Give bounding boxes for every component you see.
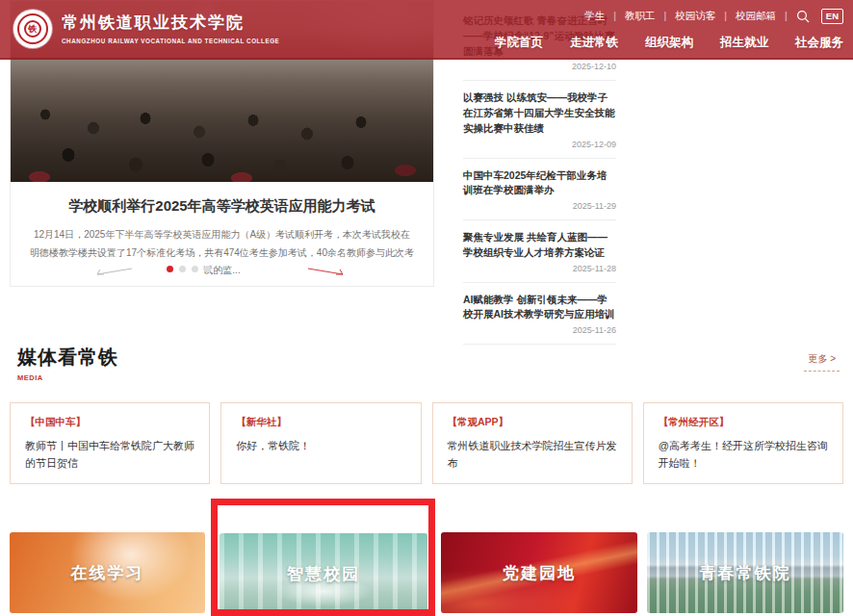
media-card-zhongguozhongche[interactable]: 【中国中车】 教师节丨中国中车给常铁院广大教师的节日贺信	[10, 402, 210, 484]
media-card-tag: 【常州经开区】	[659, 416, 828, 429]
news-title[interactable]: 以赛强技 以练筑安——我校学子在江苏省第十四届大学生安全技能实操比赛中获佳绩	[463, 90, 616, 136]
carousel-dot-4[interactable]	[204, 266, 211, 272]
media-card-tag: 【中国中车】	[25, 416, 194, 429]
site-header: 铁 常州铁道职业技术学院 CHANGZHOU RAILWAY VOCATIONA…	[0, 0, 853, 60]
news-item[interactable]: 中国中车2025年纪检干部业务培训班在学校圆满举办 2025-11-29	[463, 159, 616, 221]
utility-link-staff[interactable]: 教职工	[625, 10, 675, 23]
news-item[interactable]: 以赛强技 以练筑安——我校学子在江苏省第十四届大学生安全技能实操比赛中获佳绩 2…	[463, 81, 616, 158]
media-card-title: 教师节丨中国中车给常铁院广大教师的节日贺信	[25, 438, 194, 472]
banner-party-building[interactable]: 党建园地	[441, 532, 637, 613]
carousel-dot-3[interactable]	[192, 266, 198, 272]
utility-link-visitors[interactable]: 校园访客	[675, 10, 736, 23]
news-date: 2025-12-09	[463, 140, 616, 149]
banner-label: 党建园地	[503, 562, 576, 584]
school-logo-seal-icon: 铁	[13, 10, 52, 48]
school-name: 常州铁道职业技术学院	[62, 12, 279, 34]
news-title[interactable]: AI赋能教学 创新引领未来——学校开展AI技术教学研究与应用培训	[463, 293, 616, 323]
main-nav: 学院首页 走进常铁 组织架构 招生就业 社会服务	[495, 35, 843, 51]
banner-label: 青春常铁院	[700, 562, 791, 584]
news-date: 2025-11-26	[463, 325, 616, 335]
media-cards-row: 【中国中车】 教师节丨中国中车给常铁院广大教师的节日贺信 【新华社】 你好，常铁…	[10, 402, 843, 484]
media-card-tag: 【新华社】	[236, 416, 405, 429]
media-card-xinhuashe[interactable]: 【新华社】 你好，常铁院！	[220, 402, 421, 484]
news-title[interactable]: 聚焦专业发展 共绘育人蓝图——学校组织专业人才培养方案论证	[463, 230, 616, 261]
nav-item-admissions[interactable]: 招生就业	[720, 35, 768, 51]
carousel-next-arrow-icon[interactable]	[308, 264, 345, 281]
utility-nav: 学生 教职工 校园访客 校园邮箱 EN	[495, 9, 843, 24]
utility-link-students[interactable]: 学生	[584, 10, 625, 23]
page: 学校顺利举行2025年高等学校英语应用能力考试 12月14日，2025年下半年高…	[0, 0, 853, 616]
media-card-title: @高考考生！经开这所学校招生咨询开始啦！	[659, 438, 828, 472]
carousel-dots	[167, 266, 211, 272]
nav-item-home[interactable]: 学院首页	[495, 35, 543, 51]
annotation-box-fill	[218, 505, 428, 533]
banner-smart-campus[interactable]: 智慧校园	[220, 533, 427, 614]
news-date: 2025-11-29	[463, 201, 616, 211]
nav-item-social-services[interactable]: 社会服务	[795, 35, 843, 51]
school-logo[interactable]: 铁	[13, 10, 52, 48]
school-name-en: CHANGZHOU RAILWAY VOCATIONAL AND TECHNIC…	[62, 38, 279, 44]
nav-item-about[interactable]: 走进常铁	[570, 35, 618, 51]
utility-link-mail[interactable]: 校园邮箱	[736, 10, 796, 23]
search-icon[interactable]	[796, 10, 810, 23]
carousel-dot-2[interactable]	[179, 266, 186, 272]
banner-online-learning[interactable]: 在线学习	[10, 532, 205, 613]
language-toggle-button[interactable]: EN	[821, 9, 843, 24]
header-right: 学生 教职工 校园访客 校园邮箱 EN 学院首页 走进常铁 组织架构 招生就业 …	[495, 9, 843, 51]
media-section-title: 媒体看常铁	[17, 345, 118, 371]
carousel-prev-arrow-icon[interactable]	[95, 264, 132, 281]
carousel-controls	[11, 262, 433, 277]
media-more-link[interactable]: 更多 >	[804, 352, 840, 372]
media-section-header: 媒体看常铁 MEDIA	[17, 345, 118, 382]
news-date: 2025-12-10	[463, 62, 616, 71]
news-date: 2025-11-28	[463, 264, 616, 273]
media-card-jingkaiqu[interactable]: 【常州经开区】 @高考考生！经开这所学校招生咨询开始啦！	[643, 402, 843, 484]
carousel-slide-title[interactable]: 学校顺利举行2025年高等学校英语应用能力考试	[11, 197, 433, 216]
news-item[interactable]: AI赋能教学 创新引领未来——学校开展AI技术教学研究与应用培训 2025-11…	[463, 283, 616, 346]
nav-item-organization[interactable]: 组织架构	[645, 35, 693, 51]
news-title[interactable]: 中国中车2025年纪检干部业务培训班在学校圆满举办	[463, 168, 616, 199]
media-card-tag: 【常观APP】	[448, 416, 617, 429]
media-card-changguan-app[interactable]: 【常观APP】 常州铁道职业技术学院招生宣传片发布	[432, 402, 633, 484]
school-name-block: 常州铁道职业技术学院 CHANGZHOU RAILWAY VOCATIONAL …	[62, 12, 279, 44]
media-card-title: 你好，常铁院！	[236, 438, 405, 455]
banner-youth-college[interactable]: 青春常铁院	[647, 532, 843, 613]
media-section-subtitle: MEDIA	[17, 373, 118, 382]
news-item[interactable]: 聚焦专业发展 共绘育人蓝图——学校组织专业人才培养方案论证 2025-11-28	[463, 220, 616, 283]
banner-label: 智慧校园	[287, 563, 360, 585]
media-card-title: 常州铁道职业技术学院招生宣传片发布	[448, 438, 617, 472]
carousel-dot-1[interactable]	[167, 266, 173, 272]
banner-label: 在线学习	[71, 562, 144, 584]
